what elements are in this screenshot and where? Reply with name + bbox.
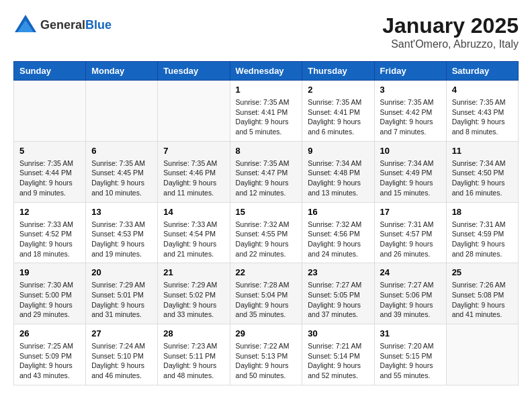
calendar-cell: 25Sunrise: 7:26 AMSunset: 5:08 PMDayligh… (446, 263, 518, 324)
day-info: Sunrise: 7:26 AMSunset: 5:08 PMDaylight:… (452, 280, 513, 320)
weekday-header-sunday: Sunday (14, 62, 86, 81)
day-info: Sunrise: 7:24 AMSunset: 5:10 PMDaylight:… (91, 341, 152, 381)
day-number: 8 (236, 146, 297, 156)
calendar-cell: 3Sunrise: 7:35 AMSunset: 4:42 PMDaylight… (374, 81, 446, 142)
day-number: 16 (308, 207, 368, 217)
calendar-week-row: 26Sunrise: 7:25 AMSunset: 5:09 PMDayligh… (14, 324, 519, 385)
calendar-cell: 29Sunrise: 7:22 AMSunset: 5:13 PMDayligh… (230, 324, 302, 385)
day-info: Sunrise: 7:35 AMSunset: 4:45 PMDaylight:… (91, 158, 152, 198)
day-number: 6 (91, 146, 152, 156)
day-number: 1 (236, 85, 297, 95)
weekday-header-wednesday: Wednesday (230, 62, 302, 81)
calendar-cell: 4Sunrise: 7:35 AMSunset: 4:43 PMDaylight… (446, 81, 518, 142)
calendar-cell: 28Sunrise: 7:23 AMSunset: 5:11 PMDayligh… (158, 324, 230, 385)
month-title: January 2025 (382, 13, 519, 38)
day-number: 24 (380, 267, 441, 277)
calendar-cell (14, 81, 86, 142)
day-number: 13 (91, 207, 152, 217)
day-info: Sunrise: 7:20 AMSunset: 5:15 PMDaylight:… (380, 341, 441, 381)
day-info: Sunrise: 7:27 AMSunset: 5:05 PMDaylight:… (308, 280, 368, 320)
day-info: Sunrise: 7:30 AMSunset: 5:00 PMDaylight:… (19, 280, 80, 320)
day-number: 18 (452, 207, 513, 217)
day-info: Sunrise: 7:29 AMSunset: 5:02 PMDaylight:… (163, 280, 224, 320)
day-number: 22 (236, 267, 297, 277)
day-number: 21 (163, 267, 224, 277)
calendar-cell: 10Sunrise: 7:34 AMSunset: 4:49 PMDayligh… (374, 141, 446, 202)
day-number: 15 (236, 207, 297, 217)
calendar-cell: 5Sunrise: 7:35 AMSunset: 4:44 PMDaylight… (14, 141, 86, 202)
calendar-header-row: SundayMondayTuesdayWednesdayThursdayFrid… (14, 62, 519, 81)
calendar-week-row: 1Sunrise: 7:35 AMSunset: 4:41 PMDaylight… (14, 81, 519, 142)
weekday-header-thursday: Thursday (302, 62, 374, 81)
day-info: Sunrise: 7:34 AMSunset: 4:49 PMDaylight:… (380, 158, 441, 198)
day-info: Sunrise: 7:35 AMSunset: 4:43 PMDaylight:… (452, 97, 513, 137)
day-number: 4 (452, 85, 513, 95)
calendar-cell: 19Sunrise: 7:30 AMSunset: 5:00 PMDayligh… (14, 263, 86, 324)
calendar-cell: 16Sunrise: 7:32 AMSunset: 4:56 PMDayligh… (302, 202, 374, 263)
calendar-cell: 13Sunrise: 7:33 AMSunset: 4:53 PMDayligh… (86, 202, 158, 263)
calendar-cell: 18Sunrise: 7:31 AMSunset: 4:59 PMDayligh… (446, 202, 518, 263)
day-info: Sunrise: 7:33 AMSunset: 4:52 PMDaylight:… (19, 220, 80, 259)
day-number: 3 (380, 85, 441, 95)
day-number: 28 (163, 328, 224, 338)
weekday-header-friday: Friday (374, 62, 446, 81)
weekday-header-monday: Monday (86, 62, 158, 81)
day-info: Sunrise: 7:33 AMSunset: 4:53 PMDaylight:… (91, 220, 152, 259)
calendar-cell: 9Sunrise: 7:34 AMSunset: 4:48 PMDaylight… (302, 141, 374, 202)
calendar-cell: 23Sunrise: 7:27 AMSunset: 5:05 PMDayligh… (302, 263, 374, 324)
day-number: 19 (19, 267, 80, 277)
day-number: 20 (91, 267, 152, 277)
day-number: 26 (19, 328, 80, 338)
logo-blue: Blue (85, 18, 112, 32)
day-info: Sunrise: 7:27 AMSunset: 5:06 PMDaylight:… (380, 280, 441, 320)
day-info: Sunrise: 7:32 AMSunset: 4:55 PMDaylight:… (236, 220, 297, 259)
day-info: Sunrise: 7:35 AMSunset: 4:44 PMDaylight:… (19, 158, 80, 198)
calendar-week-row: 5Sunrise: 7:35 AMSunset: 4:44 PMDaylight… (14, 141, 519, 202)
calendar-cell: 15Sunrise: 7:32 AMSunset: 4:55 PMDayligh… (230, 202, 302, 263)
calendar-cell (446, 324, 518, 385)
day-info: Sunrise: 7:35 AMSunset: 4:41 PMDaylight:… (236, 97, 297, 137)
calendar-cell: 21Sunrise: 7:29 AMSunset: 5:02 PMDayligh… (158, 263, 230, 324)
calendar-cell: 27Sunrise: 7:24 AMSunset: 5:10 PMDayligh… (86, 324, 158, 385)
day-info: Sunrise: 7:33 AMSunset: 4:54 PMDaylight:… (163, 220, 224, 259)
day-number: 14 (163, 207, 224, 217)
calendar-cell: 17Sunrise: 7:31 AMSunset: 4:57 PMDayligh… (374, 202, 446, 263)
day-info: Sunrise: 7:29 AMSunset: 5:01 PMDaylight:… (91, 280, 152, 320)
day-number: 5 (19, 146, 80, 156)
day-info: Sunrise: 7:31 AMSunset: 4:57 PMDaylight:… (380, 220, 441, 259)
day-info: Sunrise: 7:21 AMSunset: 5:14 PMDaylight:… (308, 341, 368, 381)
calendar-week-row: 19Sunrise: 7:30 AMSunset: 5:00 PMDayligh… (14, 263, 519, 324)
calendar-cell (86, 81, 158, 142)
page-header: GeneralBlue January 2025 Sant'Omero, Abr… (13, 13, 519, 50)
day-number: 27 (91, 328, 152, 338)
calendar-table: SundayMondayTuesdayWednesdayThursdayFrid… (13, 61, 519, 385)
day-number: 12 (19, 207, 80, 217)
day-info: Sunrise: 7:22 AMSunset: 5:13 PMDaylight:… (236, 341, 297, 381)
weekday-header-saturday: Saturday (446, 62, 518, 81)
day-info: Sunrise: 7:32 AMSunset: 4:56 PMDaylight:… (308, 220, 368, 259)
day-info: Sunrise: 7:23 AMSunset: 5:11 PMDaylight:… (163, 341, 224, 381)
day-number: 30 (308, 328, 368, 338)
day-number: 17 (380, 207, 441, 217)
calendar-cell: 11Sunrise: 7:34 AMSunset: 4:50 PMDayligh… (446, 141, 518, 202)
calendar-cell: 6Sunrise: 7:35 AMSunset: 4:45 PMDaylight… (86, 141, 158, 202)
day-number: 31 (380, 328, 441, 338)
calendar-cell: 12Sunrise: 7:33 AMSunset: 4:52 PMDayligh… (14, 202, 86, 263)
day-info: Sunrise: 7:35 AMSunset: 4:46 PMDaylight:… (163, 158, 224, 198)
day-info: Sunrise: 7:35 AMSunset: 4:42 PMDaylight:… (380, 97, 441, 137)
day-number: 7 (163, 146, 224, 156)
day-number: 9 (308, 146, 368, 156)
calendar-cell: 22Sunrise: 7:28 AMSunset: 5:04 PMDayligh… (230, 263, 302, 324)
title-area: January 2025 Sant'Omero, Abruzzo, Italy (382, 13, 519, 50)
day-info: Sunrise: 7:34 AMSunset: 4:50 PMDaylight:… (452, 158, 513, 198)
calendar-cell: 1Sunrise: 7:35 AMSunset: 4:41 PMDaylight… (230, 81, 302, 142)
calendar-week-row: 12Sunrise: 7:33 AMSunset: 4:52 PMDayligh… (14, 202, 519, 263)
day-number: 2 (308, 85, 368, 95)
day-info: Sunrise: 7:31 AMSunset: 4:59 PMDaylight:… (452, 220, 513, 259)
day-info: Sunrise: 7:34 AMSunset: 4:48 PMDaylight:… (308, 158, 368, 198)
location-subtitle: Sant'Omero, Abruzzo, Italy (382, 38, 519, 50)
day-number: 23 (308, 267, 368, 277)
logo-general: General (40, 18, 85, 32)
calendar-cell: 8Sunrise: 7:35 AMSunset: 4:47 PMDaylight… (230, 141, 302, 202)
calendar-cell (158, 81, 230, 142)
